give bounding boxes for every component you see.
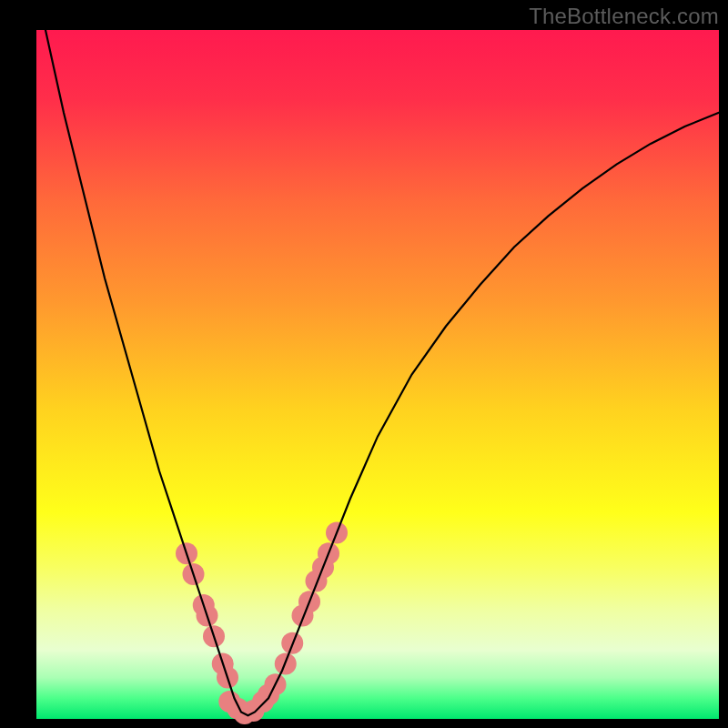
chart-frame: TheBottleneck.com xyxy=(0,0,728,728)
chart-svg xyxy=(0,0,728,728)
watermark-label: TheBottleneck.com xyxy=(529,4,719,29)
plot-background xyxy=(36,30,719,719)
